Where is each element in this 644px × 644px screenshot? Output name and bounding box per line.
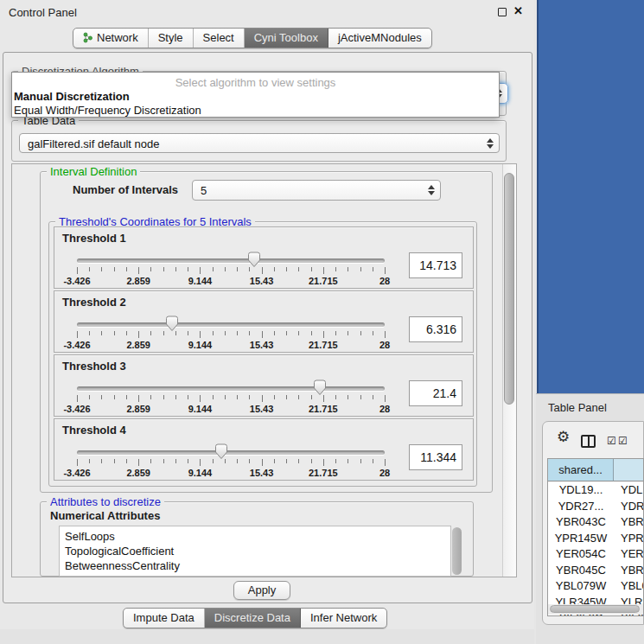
column-header-name[interactable]: n — [614, 459, 644, 481]
bottom-tab-bar: Impute Data Discretize Data Infer Networ… — [123, 608, 387, 628]
table-cell: YBR0 — [614, 514, 644, 531]
tick-label: -3.426 — [63, 276, 90, 286]
tick-label: 15.43 — [250, 404, 274, 414]
table-row[interactable]: YPR145WYPR1 — [548, 531, 644, 547]
slider-track[interactable] — [77, 386, 385, 391]
tab-impute-data-label: Impute Data — [133, 611, 194, 624]
table-body: YDL19...YDL1YDR27...YDR2YBR043CYBR0YPR14… — [548, 482, 644, 616]
tick-label: 9.144 — [188, 340, 213, 350]
tick-label: 15.43 — [250, 340, 274, 350]
table-cell: YDL19... — [548, 482, 614, 499]
attributes-group-title: Attributes to discretize — [47, 495, 164, 508]
slider-thumb[interactable] — [165, 316, 179, 332]
tick-label: 21.715 — [309, 276, 338, 286]
table-row[interactable]: YER054CYER0 — [548, 546, 644, 563]
threshold-3-row: Threshold 3 -3.4262.8599.14415.4321.7152… — [54, 354, 474, 417]
table-row[interactable]: YDR27...YDR2 — [548, 499, 644, 515]
tick-label: 15.43 — [250, 276, 274, 286]
threshold-4-row: Threshold 4 -3.4262.8599.14415.4321.7152… — [54, 418, 474, 481]
table-row[interactable]: YBR045CYBR0 — [548, 563, 644, 579]
tab-cyni-toolbox[interactable]: Cyni Toolbox — [245, 29, 328, 48]
list-item[interactable]: SelfLoops — [65, 529, 450, 544]
threshold-1-slider[interactable]: -3.4262.8599.14415.4321.71528 — [77, 227, 385, 290]
tab-infer-network[interactable]: Infer Network — [301, 609, 386, 628]
tick-label: 21.715 — [309, 468, 338, 478]
threshold-3-slider[interactable]: -3.4262.8599.14415.4321.71528 — [77, 355, 385, 418]
list-item[interactable]: BetweennessCentrality — [65, 558, 450, 573]
dropdown-option-equal-width-frequency[interactable]: Equal Width/Frequency Discretization — [14, 104, 201, 117]
threshold-2-slider[interactable]: -3.4262.8599.14415.4321.71528 — [77, 291, 385, 354]
float-window-icon[interactable] — [498, 8, 507, 16]
tab-infer-network-label: Infer Network — [310, 611, 377, 624]
threshold-4-value-field[interactable]: 11.344 — [409, 444, 462, 470]
table-panel: Table Panel ⚙ ☑ ☑ shared... n YDL19...YD… — [536, 393, 644, 644]
tick-label: 9.144 — [188, 404, 213, 414]
slider-thumb[interactable] — [313, 379, 327, 396]
table-data-value: galFiltered.sif default node — [28, 137, 159, 150]
threshold-3-value-field[interactable]: 21.4 — [409, 380, 462, 406]
tick-label: 21.715 — [309, 340, 338, 350]
threshold-4-slider[interactable]: -3.4262.8599.14415.4321.71528 — [77, 419, 385, 481]
tab-impute-data[interactable]: Impute Data — [124, 609, 205, 628]
tick-label: 2.859 — [126, 404, 150, 414]
slider-ticks — [77, 331, 385, 340]
numerical-attributes-list[interactable]: SelfLoopsTopologicalCoefficientBetweenne… — [59, 526, 451, 577]
threshold-2-value-field[interactable]: 6.316 — [409, 316, 462, 342]
algorithm-dropdown-list: Select algorithm to view settings Manual… — [11, 72, 500, 118]
table-cell: YDR2 — [614, 499, 644, 515]
slider-thumb[interactable] — [214, 443, 228, 460]
slider-track[interactable] — [77, 450, 385, 455]
slider-thumb[interactable] — [247, 252, 261, 268]
table-cell: YBR0 — [614, 563, 644, 579]
number-of-intervals-label: Number of Intervals — [73, 183, 178, 196]
top-tab-bar: Network Style Select Cyni Toolbox jActiv… — [73, 28, 432, 48]
table-row[interactable]: YBL079WYBL0 — [548, 578, 644, 595]
table-cell: YBL079W — [548, 578, 614, 595]
attributes-list-scrollbar-thumb[interactable] — [452, 527, 462, 575]
threshold-1-value-field[interactable]: 14.713 — [409, 252, 462, 278]
slider-tick-labels: -3.4262.8599.14415.4321.71528 — [77, 404, 385, 414]
tab-network[interactable]: Network — [73, 29, 149, 48]
horizontal-scrollbar-thumb[interactable] — [550, 605, 640, 613]
gear-icon[interactable]: ⚙ — [557, 430, 570, 444]
tab-style[interactable]: Style — [149, 29, 194, 48]
columns-icon[interactable] — [581, 435, 596, 448]
table-data-combobox[interactable]: galFiltered.sif default node — [19, 133, 500, 153]
tick-label: 28 — [379, 468, 390, 478]
table-cell: YBR043C — [548, 514, 614, 531]
number-of-intervals-combobox[interactable]: 5 — [192, 180, 441, 201]
tab-discretize-data[interactable]: Discretize Data — [205, 609, 301, 628]
tick-label: -3.426 — [63, 404, 90, 414]
tick-label: 28 — [379, 276, 390, 286]
dropdown-placeholder: Select algorithm to view settings — [12, 76, 499, 89]
tick-label: 15.43 — [250, 468, 274, 478]
horizontal-scrollbar-track[interactable] — [548, 604, 643, 615]
table-row[interactable]: YBR043CYBR0 — [548, 514, 644, 531]
slider-track[interactable] — [77, 258, 385, 263]
node-attribute-table: shared... n YDL19...YDL1YDR27...YDR2YBR0… — [547, 458, 644, 616]
checkbox-select-all-icon[interactable]: ☑ — [607, 435, 616, 447]
close-icon[interactable]: ✕ — [513, 4, 523, 17]
vertical-scrollbar-thumb[interactable] — [504, 173, 514, 405]
table-cell: YBR045C — [548, 563, 614, 579]
tab-select[interactable]: Select — [194, 29, 245, 48]
checkbox-select-none-icon[interactable]: ☑ — [618, 435, 628, 447]
table-header-row: shared... n — [548, 459, 644, 481]
dropdown-option-manual-discretization[interactable]: Manual Discretization — [14, 90, 130, 103]
tab-jactivemnodules[interactable]: jActiveMNodules — [328, 29, 431, 48]
combobox-stepper-icon — [487, 138, 494, 149]
slider-tick-labels: -3.4262.8599.14415.4321.71528 — [77, 276, 385, 286]
apply-button[interactable]: Apply — [233, 581, 290, 600]
list-item[interactable]: TopologicalCoefficient — [65, 544, 450, 558]
tick-label: 2.859 — [126, 340, 150, 350]
tick-label: -3.426 — [63, 340, 90, 350]
slider-track[interactable] — [77, 322, 385, 327]
tick-label: -3.426 — [63, 468, 90, 478]
table-cell: YPR1 — [614, 531, 644, 547]
control-panel: Control Panel ✕ Network Style Select Cyn… — [0, 0, 534, 644]
column-header-shared-name[interactable]: shared... — [548, 459, 614, 481]
panel-title: Control Panel — [9, 6, 77, 19]
table-row[interactable]: YDL19...YDL1 — [548, 482, 644, 499]
interval-definition-group-title: Interval Definition — [47, 165, 140, 178]
tick-label: 9.144 — [188, 468, 213, 478]
